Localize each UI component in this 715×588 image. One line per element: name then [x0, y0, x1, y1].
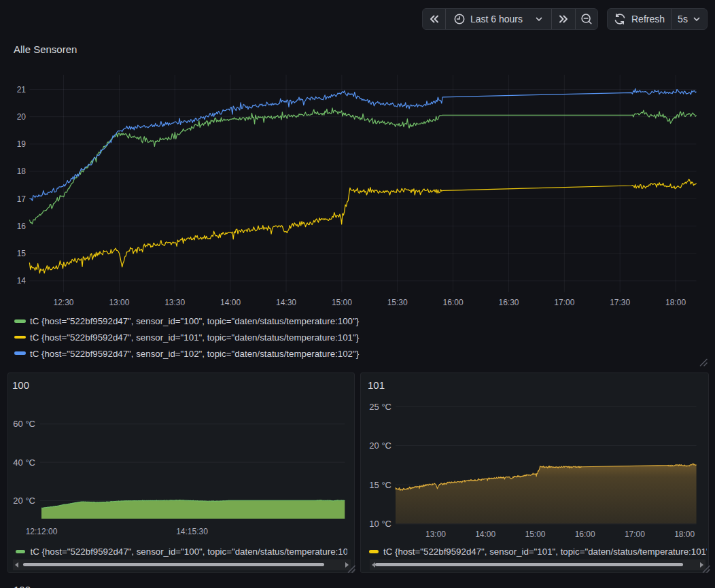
svg-text:15: 15 — [17, 249, 27, 258]
svg-text:40 °C: 40 °C — [13, 457, 35, 468]
svg-text:13:30: 13:30 — [164, 298, 185, 307]
svg-text:20 °C: 20 °C — [369, 440, 391, 451]
svg-text:14: 14 — [17, 276, 27, 286]
svg-text:18:00: 18:00 — [674, 530, 695, 539]
svg-text:18:00: 18:00 — [665, 298, 686, 307]
svg-text:20: 20 — [17, 112, 27, 122]
svg-text:10 °C: 10 °C — [369, 519, 391, 529]
svg-text:12:30: 12:30 — [53, 298, 73, 307]
svg-text:17:30: 17:30 — [610, 298, 630, 307]
svg-text:60 °C: 60 °C — [13, 419, 35, 429]
svg-text:17:00: 17:00 — [554, 298, 574, 307]
svg-text:14:15:30: 14:15:30 — [176, 527, 208, 536]
svg-text:12:12:00: 12:12:00 — [26, 527, 58, 536]
svg-text:17:00: 17:00 — [625, 530, 645, 539]
svg-text:25 °C: 25 °C — [369, 402, 391, 412]
svg-text:15:00: 15:00 — [332, 298, 352, 307]
svg-text:15 °C: 15 °C — [369, 480, 391, 490]
svg-text:18: 18 — [17, 167, 27, 176]
svg-text:16:30: 16:30 — [498, 298, 519, 307]
svg-text:14:00: 14:00 — [220, 298, 241, 307]
svg-text:20 °C: 20 °C — [13, 496, 35, 506]
svg-text:16:00: 16:00 — [443, 298, 464, 307]
svg-text:21: 21 — [17, 85, 27, 94]
svg-text:17: 17 — [17, 194, 27, 204]
svg-text:19: 19 — [17, 139, 27, 149]
svg-text:16:00: 16:00 — [575, 530, 595, 539]
svg-text:13:00: 13:00 — [109, 298, 129, 307]
svg-text:16: 16 — [17, 222, 27, 231]
svg-text:13:00: 13:00 — [425, 530, 446, 539]
svg-text:14:30: 14:30 — [276, 298, 296, 307]
svg-text:14:00: 14:00 — [475, 530, 495, 539]
svg-text:15:00: 15:00 — [525, 530, 545, 539]
svg-text:15:30: 15:30 — [387, 298, 408, 307]
